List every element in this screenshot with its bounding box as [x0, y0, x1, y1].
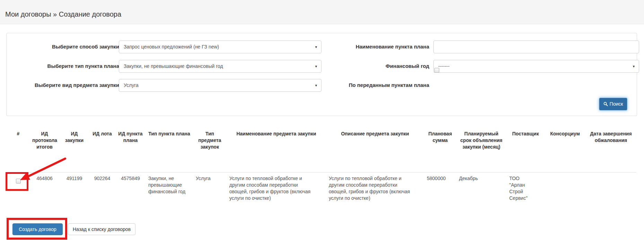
col-planned-amount: Плановая сумма	[424, 128, 456, 172]
col-select: #	[7, 128, 29, 172]
col-plan-item-type: Тип пункта плана	[145, 128, 193, 172]
cell-subject-type: Услуга	[193, 172, 227, 204]
chevron-down-icon: ▼	[632, 65, 635, 68]
plan-item-name-label: Наименование пункта плана	[294, 43, 429, 50]
col-supplier: Поставщик	[506, 128, 545, 172]
plan-item-type-value: Закупки, не превышающие финансовый год	[124, 63, 223, 69]
create-contract-button[interactable]: Создать договор	[12, 223, 63, 235]
breadcrumb-bar: Мои договоры » Создание договора	[0, 0, 644, 24]
back-to-contract-list-button[interactable]: Назад к списку договоров	[68, 223, 135, 235]
search-icon	[603, 102, 608, 106]
col-purchase-id: ИД закупки	[60, 128, 89, 172]
plan-item-type-select[interactable]: Закупки, не превышающие финансовый год ▼	[119, 60, 321, 73]
col-subject-description: Описание предмета закупки	[326, 128, 424, 172]
col-appeal-end-date: Дата завершения обжалования	[585, 128, 636, 172]
cell-protocol-id: 464806	[29, 172, 60, 204]
plan-item-name-input[interactable]	[433, 41, 639, 53]
cell-appeal-end-date	[585, 172, 636, 204]
search-button-label: Поиск	[610, 101, 623, 107]
plan-item-type-label: Выберите тип пункта плана	[17, 63, 119, 70]
subject-kind-label: Выберите вид предмета закупки	[17, 82, 119, 89]
cell-purchase-id: 491199	[60, 172, 89, 204]
procurement-method-label: Выберите способ закупки	[17, 43, 119, 50]
col-subject-name: Наименование предмета закупки	[227, 128, 326, 172]
subject-kind-select[interactable]: Услуга ▼	[119, 79, 321, 92]
cell-consortium	[545, 172, 585, 204]
cell-planned-amount: 5800000	[424, 172, 456, 204]
row-select-checkbox[interactable]	[16, 179, 21, 184]
col-planned-month: Планируемый срок объявления закупки (мес…	[456, 128, 506, 172]
transferred-plan-items-label: По переданным пунктам плана	[294, 82, 429, 89]
financial-year-label: Финансовый год	[294, 63, 429, 70]
cell-supplier: ТОО "Арлан Строй Сервис"	[506, 172, 545, 204]
cell-planned-month: Декабрь	[456, 172, 506, 204]
subject-kind-value: Услуга	[124, 82, 139, 88]
procurement-method-value: Запрос ценовых предложений (не ГЗ new)	[124, 44, 219, 50]
cell-plan-item-id: 4575849	[115, 172, 145, 204]
page-title: Мои договоры » Создание договора	[5, 10, 121, 18]
table-row: 464806 491199 902264 4575849 Закупки, не…	[7, 172, 636, 204]
col-subject-type: Тип предмета закупок	[193, 128, 227, 172]
col-plan-item-id: ИД пункта плана	[115, 128, 145, 172]
financial-year-select[interactable]: ------- ▼	[433, 60, 639, 73]
subject-description-text: Услуги по тепловой обработке и другим сп…	[329, 175, 410, 202]
filter-panel: Выберите способ закупки Запрос ценовых п…	[6, 33, 637, 116]
col-lot-id: ИД лота	[89, 128, 115, 172]
col-protocol-id: ИД протокола итогов	[29, 128, 60, 172]
cell-lot-id: 902264	[89, 172, 115, 204]
results-table: # ИД протокола итогов ИД закупки ИД лота…	[7, 128, 636, 204]
supplier-text: ТОО "Арлан Строй Сервис"	[509, 175, 531, 202]
cell-subject-description: Услуги по тепловой обработке и другим сп…	[326, 172, 424, 204]
cell-plan-item-type: Закупки, не превышающие финансовый год	[145, 172, 193, 204]
cell-subject-name: Услуги по тепловой обработке и другим сп…	[227, 172, 326, 204]
procurement-method-select[interactable]: Запрос ценовых предложений (не ГЗ new) ▼	[119, 41, 321, 53]
table-header-row: # ИД протокола итогов ИД закупки ИД лота…	[7, 128, 636, 172]
financial-year-value: -------	[438, 63, 450, 69]
search-button[interactable]: Поиск	[599, 98, 627, 110]
subject-name-text: Услуги по тепловой обработке и другим сп…	[229, 175, 311, 202]
col-consortium: Консорциум	[545, 128, 585, 172]
transferred-plan-items-checkbox[interactable]	[434, 68, 439, 73]
